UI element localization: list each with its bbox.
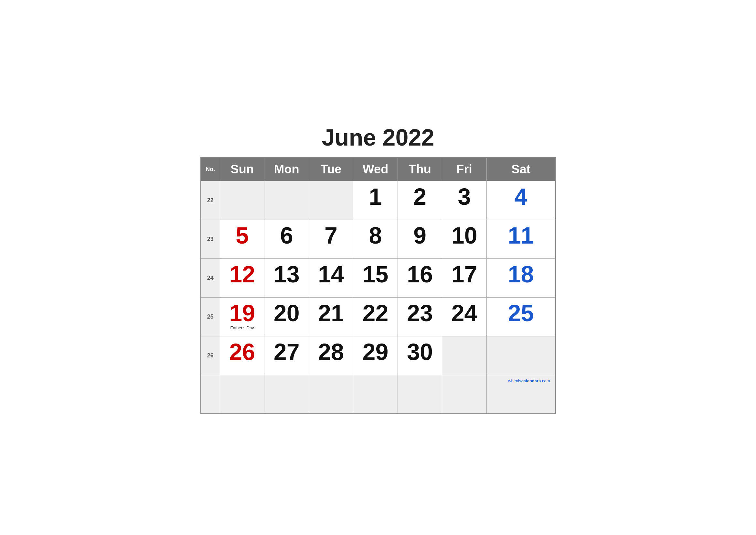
calendar-day[interactable] — [309, 181, 353, 220]
table-row: 221234 — [201, 181, 555, 220]
day-number: 17 — [446, 263, 483, 286]
day-number: 21 — [312, 301, 350, 325]
calendar-body: 2212342356789101124121314151617182519Fat… — [201, 181, 555, 414]
day-number: 29 — [357, 340, 394, 364]
day-number: 20 — [268, 301, 305, 325]
day-number: 3 — [446, 185, 483, 208]
calendar-day[interactable]: 15 — [353, 259, 397, 297]
table-row: 2519Father's Day202122232425 — [201, 297, 555, 336]
calendar-day[interactable] — [220, 375, 264, 414]
calendar-day[interactable]: 17 — [442, 259, 486, 297]
calendar-day[interactable] — [353, 375, 397, 414]
day-number: 13 — [268, 263, 305, 286]
calendar-day[interactable]: 28 — [309, 336, 353, 375]
calendar-day[interactable]: 20 — [264, 297, 309, 336]
calendar-day[interactable] — [309, 375, 353, 414]
header-tue: Tue — [309, 157, 353, 181]
calendar-title: June 2022 — [201, 121, 556, 154]
calendar-day[interactable] — [264, 375, 309, 414]
week-number: 26 — [201, 336, 220, 375]
table-row: wheniscalendars.com — [201, 375, 555, 414]
day-number: 15 — [357, 263, 394, 286]
calendar-day[interactable]: 16 — [397, 259, 442, 297]
day-number: 10 — [446, 224, 483, 247]
day-number: 27 — [268, 340, 305, 364]
calendar-day[interactable]: 4 — [486, 181, 555, 220]
table-row: 2412131415161718 — [201, 259, 555, 297]
day-number: 14 — [312, 263, 350, 286]
calendar-day[interactable] — [442, 375, 486, 414]
header-mon: Mon — [264, 157, 309, 181]
week-number: 22 — [201, 181, 220, 220]
day-number: 26 — [223, 340, 261, 364]
calendar-day[interactable]: 9 — [397, 220, 442, 259]
calendar-day[interactable]: 13 — [264, 259, 309, 297]
calendar-day[interactable]: 29 — [353, 336, 397, 375]
calendar-day[interactable] — [486, 336, 555, 375]
week-number: 24 — [201, 259, 220, 297]
calendar-day[interactable]: 1 — [353, 181, 397, 220]
calendar-day[interactable]: 26 — [220, 336, 264, 375]
header-wed: Wed — [353, 157, 397, 181]
calendar-day[interactable] — [220, 181, 264, 220]
day-number: 6 — [268, 224, 305, 247]
header-fri: Fri — [442, 157, 486, 181]
calendar-day[interactable]: 10 — [442, 220, 486, 259]
event-label: Father's Day — [223, 325, 261, 330]
calendar-day[interactable]: 27 — [264, 336, 309, 375]
calendar-day[interactable]: 24 — [442, 297, 486, 336]
calendar-day[interactable] — [442, 336, 486, 375]
header-no: No. — [201, 157, 220, 181]
week-number: 25 — [201, 297, 220, 336]
calendar-day[interactable]: 23 — [397, 297, 442, 336]
calendar-day[interactable]: 25 — [486, 297, 555, 336]
calendar-day[interactable]: 7 — [309, 220, 353, 259]
calendar-day[interactable] — [264, 181, 309, 220]
header-sun: Sun — [220, 157, 264, 181]
calendar-day[interactable]: 2 — [397, 181, 442, 220]
day-number: 28 — [312, 340, 350, 364]
table-row: 23567891011 — [201, 220, 555, 259]
calendar-day[interactable]: 30 — [397, 336, 442, 375]
calendar-day[interactable]: 5 — [220, 220, 264, 259]
day-number: 16 — [401, 263, 439, 286]
day-number: 24 — [446, 301, 483, 325]
calendar-day[interactable]: 22 — [353, 297, 397, 336]
day-number: 19 — [223, 301, 261, 325]
watermark: wheniscalendars.com — [490, 378, 552, 384]
day-number: 7 — [312, 224, 350, 247]
day-number: 2 — [401, 185, 439, 208]
calendar-day[interactable]: 19Father's Day — [220, 297, 264, 336]
day-number: 22 — [357, 301, 394, 325]
header-row: No. Sun Mon Tue Wed Thu Fri Sat — [201, 157, 555, 181]
calendar-table: No. Sun Mon Tue Wed Thu Fri Sat 22123423… — [201, 157, 556, 414]
calendar-day[interactable]: 14 — [309, 259, 353, 297]
day-number: 8 — [357, 224, 394, 247]
day-number: 4 — [490, 185, 552, 208]
calendar-day[interactable]: 6 — [264, 220, 309, 259]
calendar-day[interactable]: 11 — [486, 220, 555, 259]
calendar-day[interactable]: 18 — [486, 259, 555, 297]
calendar-day[interactable] — [397, 375, 442, 414]
day-number: 5 — [223, 224, 261, 247]
day-number: 12 — [223, 263, 261, 286]
calendar-container: June 2022 No. Sun Mon Tue Wed Thu Fri Sa… — [201, 121, 556, 414]
calendar-day[interactable]: 3 — [442, 181, 486, 220]
week-number — [201, 375, 220, 414]
calendar-day[interactable]: 21 — [309, 297, 353, 336]
header-sat: Sat — [486, 157, 555, 181]
header-thu: Thu — [397, 157, 442, 181]
calendar-day[interactable]: 12 — [220, 259, 264, 297]
day-number: 9 — [401, 224, 439, 247]
day-number: 18 — [490, 263, 552, 286]
day-number: 1 — [357, 185, 394, 208]
table-row: 262627282930 — [201, 336, 555, 375]
day-number: 11 — [490, 224, 552, 247]
day-number: 30 — [401, 340, 439, 364]
week-number: 23 — [201, 220, 220, 259]
day-number: 23 — [401, 301, 439, 325]
calendar-day[interactable]: wheniscalendars.com — [486, 375, 555, 414]
calendar-day[interactable]: 8 — [353, 220, 397, 259]
day-number: 25 — [490, 301, 552, 325]
